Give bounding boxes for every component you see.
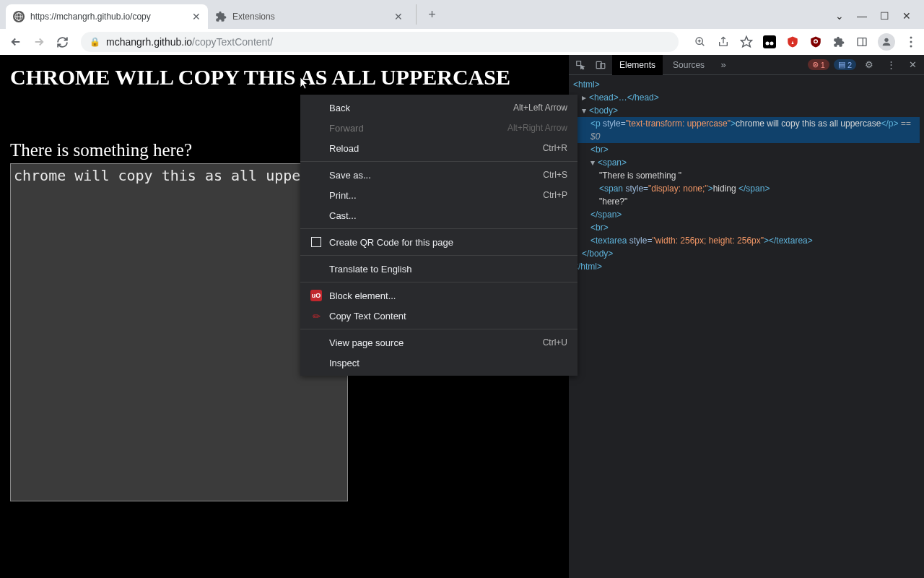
- ctx-source[interactable]: View page sourceCtrl+U: [300, 332, 578, 353]
- ctx-inspect[interactable]: Inspect: [300, 353, 578, 373]
- svg-rect-8: [763, 35, 776, 48]
- svg-point-13: [815, 40, 817, 43]
- minimize-icon[interactable]: —: [857, 10, 867, 22]
- separator: [300, 329, 578, 329]
- menu-icon[interactable]: [904, 35, 918, 49]
- separator: [300, 228, 578, 229]
- devtools-dom-tree[interactable]: <html> ▸<head>…</head> ▾<body> <p style=…: [569, 75, 924, 578]
- devtools-tab-elements[interactable]: Elements: [612, 55, 663, 75]
- devtools-header: Elements Sources » ⊗1 ▤2 ⚙ ⋮ ✕: [569, 55, 924, 75]
- bookmark-icon[interactable]: [739, 35, 754, 49]
- kebab-icon[interactable]: ⋮: [882, 56, 899, 74]
- maximize-icon[interactable]: ☐: [880, 10, 889, 22]
- ctx-cast[interactable]: Cast...: [300, 205, 578, 225]
- address-bar[interactable]: 🔒 mchangrh.github.io/copyTextContent/: [81, 32, 679, 52]
- extensions-icon[interactable]: [832, 35, 846, 49]
- profile-avatar[interactable]: [878, 33, 895, 51]
- extension-icon: [215, 11, 227, 22]
- svg-marker-7: [741, 37, 752, 47]
- ublock-icon: uO: [310, 290, 322, 301]
- forward-button[interactable]: [29, 32, 49, 52]
- qr-icon: [310, 237, 322, 247]
- separator: [300, 255, 578, 256]
- back-button[interactable]: [6, 32, 26, 52]
- ctx-block[interactable]: uOBlock element...: [300, 285, 578, 306]
- zoom-icon[interactable]: [693, 35, 707, 49]
- ext-icon-1[interactable]: [762, 35, 777, 49]
- ctx-reload[interactable]: ReloadCtrl+R: [300, 138, 578, 158]
- sidepanel-icon[interactable]: [855, 35, 869, 49]
- devtools-panel: Elements Sources » ⊗1 ▤2 ⚙ ⋮ ✕ <html> ▸<…: [569, 55, 924, 578]
- tab-page[interactable]: https://mchangrh.github.io/copy ✕: [6, 4, 208, 29]
- browser-titlebar: https://mchangrh.github.io/copy ✕ Extens…: [0, 0, 924, 29]
- close-icon[interactable]: ✕: [394, 11, 403, 22]
- svg-line-4: [702, 43, 704, 46]
- svg-point-16: [884, 38, 888, 42]
- ctx-copytext[interactable]: ✎Copy Text Content: [300, 306, 578, 326]
- url-host: mchangrh.github.io: [106, 36, 192, 48]
- ctx-qr[interactable]: Create QR Code for this page: [300, 232, 578, 252]
- svg-point-10: [770, 42, 774, 46]
- separator: [300, 282, 578, 282]
- devtools-tab-sources[interactable]: Sources: [666, 55, 712, 75]
- browser-toolbar: 🔒 mchangrh.github.io/copyTextContent/: [0, 29, 924, 55]
- svg-rect-14: [858, 38, 866, 46]
- chevron-down-icon[interactable]: ⌄: [835, 10, 844, 22]
- inspect-element-icon[interactable]: [572, 56, 589, 74]
- error-badge[interactable]: ⊗1: [808, 59, 829, 70]
- device-toggle-icon[interactable]: [592, 56, 609, 74]
- dropper-icon: ✎: [310, 311, 322, 322]
- ctx-saveas[interactable]: Save as...Ctrl+S: [300, 165, 578, 185]
- close-icon[interactable]: ✕: [904, 56, 921, 74]
- separator: [300, 161, 578, 162]
- tab-strip: https://mchangrh.github.io/copy ✕ Extens…: [6, 4, 436, 29]
- svg-point-19: [910, 46, 912, 48]
- url-path: /copyTextContent/: [192, 36, 273, 48]
- window-controls: ⌄ — ☐ ✕: [835, 10, 924, 29]
- more-tabs-icon[interactable]: »: [715, 56, 732, 74]
- close-icon[interactable]: ✕: [902, 10, 911, 22]
- ctx-print[interactable]: Print...Ctrl+P: [300, 185, 578, 205]
- reload-button[interactable]: [52, 32, 72, 52]
- message-badge[interactable]: ▤2: [834, 59, 856, 70]
- lock-icon: 🔒: [90, 37, 100, 47]
- svg-point-9: [766, 42, 770, 46]
- tab-extensions[interactable]: Extensions ✕: [208, 4, 410, 29]
- tab-title: https://mchangrh.github.io/copy: [30, 12, 186, 22]
- svg-point-18: [910, 41, 912, 43]
- ctx-back[interactable]: BackAlt+Left Arrow: [300, 98, 578, 118]
- new-tab-button[interactable]: +: [416, 4, 436, 25]
- close-icon[interactable]: ✕: [192, 11, 201, 22]
- ublock-icon[interactable]: [808, 35, 823, 49]
- page-heading: CHROME WILL COPY THIS AS ALL UPPERCASE: [10, 65, 559, 90]
- page-textarea[interactable]: [10, 163, 348, 501]
- svg-point-17: [910, 37, 912, 39]
- context-menu: BackAlt+Left Arrow ForwardAlt+Right Arro…: [300, 95, 578, 376]
- svg-rect-20: [577, 61, 581, 65]
- gear-icon[interactable]: ⚙: [860, 56, 878, 74]
- ctx-translate[interactable]: Translate to English: [300, 259, 578, 279]
- ext-icon-2[interactable]: [785, 35, 800, 49]
- globe-icon: [13, 11, 25, 22]
- share-icon[interactable]: [716, 35, 731, 49]
- tab-title: Extensions: [232, 12, 388, 22]
- ctx-forward: ForwardAlt+Right Arrow: [300, 118, 578, 138]
